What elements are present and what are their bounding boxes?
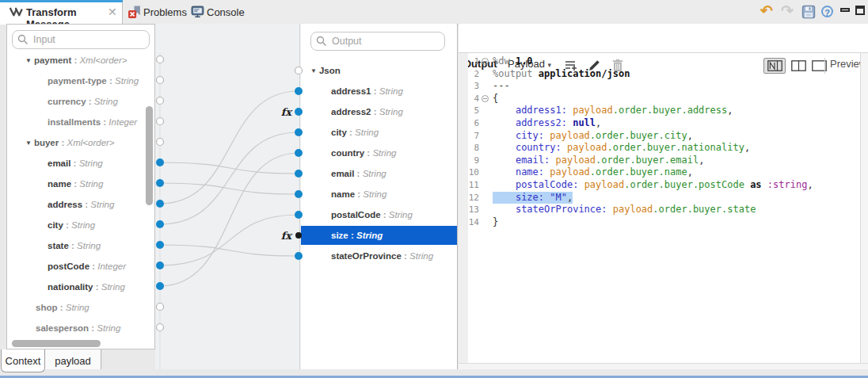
input-tree-item-payment[interactable]: ▼payment : Xml<order> <box>25 53 128 67</box>
fold-collapse-icon[interactable] <box>482 58 489 65</box>
line-number: 3 <box>459 80 479 93</box>
input-tree-item-salesperson[interactable]: salesperson : String <box>36 321 120 335</box>
save-icon <box>803 6 815 18</box>
undo-button[interactable]: ↶ <box>760 2 773 20</box>
output-tree-root[interactable]: ▼Json <box>310 63 341 78</box>
separator: : <box>355 189 363 199</box>
vertical-scrollbar-thumb[interactable] <box>146 106 153 205</box>
field-type: String <box>101 282 125 292</box>
input-tree-item-address[interactable]: address : String <box>48 197 114 212</box>
input-tree-item-payment-type[interactable]: payment-type : String <box>48 74 139 88</box>
input-tree-item-shop[interactable]: shop : String <box>36 300 89 315</box>
field-name: address1 <box>331 86 371 96</box>
output-tree-item-postalCode[interactable]: postalCode : String <box>301 205 457 224</box>
output-tree-item-stateOrProvince[interactable]: stateOrProvince : String <box>301 246 457 265</box>
code-line: 12 size: "M", <box>459 192 858 204</box>
output-tree-item-address1[interactable]: address1 : String <box>301 82 457 101</box>
field-type: String <box>372 148 396 158</box>
output-tree-item-size[interactable]: size : String <box>301 226 457 245</box>
expand-triangle-icon[interactable]: ▼ <box>25 136 32 151</box>
separator: : <box>59 138 67 147</box>
field-name: address2 <box>331 107 371 116</box>
separator: : <box>354 169 362 178</box>
code-editor[interactable]: 1%dw 1.02%output application/json3---4{5… <box>459 55 858 363</box>
fx-expression-icon[interactable]: fx <box>281 230 294 242</box>
redo-button[interactable]: ↷ <box>781 2 794 20</box>
field-type: String <box>379 107 403 116</box>
editor-vscrollbar-track[interactable] <box>860 53 868 363</box>
editor-hscrollbar-track[interactable] <box>459 363 868 369</box>
line-number: 8 <box>459 142 479 155</box>
field-type: String <box>97 323 120 333</box>
field-name: city <box>48 220 63 230</box>
output-tree-item-name[interactable]: name : String <box>301 185 457 204</box>
tab-transform-message[interactable]: Transform Message ✕ <box>0 0 123 25</box>
horizontal-scrollbar-thumb[interactable] <box>12 340 101 347</box>
editor-header-divider <box>459 52 868 53</box>
field-name: name <box>331 189 355 199</box>
code-text: country: payload.order.buyer.nationality… <box>493 142 750 155</box>
input-tree-item-buyer[interactable]: ▼buyer : Xml<order> <box>25 136 115 150</box>
expand-triangle-icon[interactable]: ▼ <box>25 54 32 68</box>
field-name: stateOrProvince <box>331 251 402 261</box>
field-type: String <box>355 128 379 137</box>
input-tree-item-postCode[interactable]: postCode : Integer <box>48 259 126 273</box>
dataweave-editor-panel: Output Payload ▾ <box>459 24 868 369</box>
field-name: currency <box>48 97 86 106</box>
separator: : <box>82 200 90 209</box>
input-tree-item-installments[interactable]: installments : Integer <box>48 115 137 129</box>
titlebar: Transform Message ✕ Problems Console ↶ <box>0 0 868 25</box>
help-button[interactable]: ? <box>821 6 833 17</box>
separator: : <box>93 282 101 292</box>
separator: : <box>107 76 115 86</box>
code-text: %dw 1.0 <box>493 55 533 68</box>
input-tree-item-currency[interactable]: currency : String <box>48 94 118 109</box>
minimize-button[interactable] <box>840 8 850 12</box>
code-text: name: payload.order.buyer.name, <box>493 166 693 179</box>
tab-label: payload <box>55 355 91 367</box>
code-line: 13 stateOrProvince: payload.order.buyer.… <box>459 204 858 216</box>
active-tab-accent <box>0 0 123 2</box>
line-number: 4 <box>459 93 479 105</box>
help-icon: ? <box>824 8 830 17</box>
line-number: 13 <box>459 204 479 216</box>
field-type: String <box>389 210 413 220</box>
output-tree-item-address2[interactable]: address2 : String <box>301 102 457 121</box>
close-tab-icon[interactable]: ✕ <box>108 6 117 18</box>
input-tree-item-state[interactable]: state : String <box>48 239 101 253</box>
tab-context[interactable]: Context <box>1 349 45 372</box>
line-number: 6 <box>459 117 479 130</box>
line-number: 1 <box>459 55 479 68</box>
code-text-selected: size: "M", <box>493 192 573 204</box>
code-text: --- <box>493 80 510 93</box>
tab-console[interactable]: Console <box>188 0 252 24</box>
output-tree: ▼Jsonaddress1 : Stringaddress2 : Stringc… <box>301 24 457 369</box>
line-number: 14 <box>459 216 479 229</box>
maximize-button[interactable] <box>855 6 865 15</box>
field-type: String <box>71 220 95 230</box>
field-name: payment <box>34 55 71 65</box>
save-button[interactable] <box>801 5 816 19</box>
field-name: nationality <box>48 282 93 292</box>
tab-label: Problems <box>143 6 187 18</box>
fx-expression-icon[interactable]: fx <box>281 106 294 118</box>
output-tree-item-country[interactable]: country : String <box>301 143 457 162</box>
input-tree-item-city[interactable]: city : String <box>48 218 95 232</box>
separator: : <box>348 231 356 240</box>
transform-message-window: Transform Message ✕ Problems Console ↶ <box>0 0 868 378</box>
expand-triangle-icon[interactable]: ▼ <box>310 64 317 78</box>
field-name: salesperson <box>36 323 89 333</box>
tab-problems[interactable]: Problems <box>125 0 192 24</box>
code-text: address1: payload.order.buyer.address, <box>493 105 733 117</box>
input-tree-item-nationality[interactable]: nationality : String <box>48 280 125 294</box>
separator: : <box>402 251 409 261</box>
output-tree-item-city[interactable]: city : String <box>301 123 457 142</box>
window-bottom-strip <box>0 369 868 376</box>
fold-collapse-icon[interactable] <box>482 95 489 102</box>
output-tree-item-email[interactable]: email : String <box>301 164 457 183</box>
input-tree-item-email[interactable]: email : String <box>48 156 103 170</box>
field-name: address <box>48 200 82 209</box>
input-tree-item-name[interactable]: name : String <box>48 177 103 191</box>
field-type: String <box>115 76 139 86</box>
separator: : <box>364 148 372 158</box>
